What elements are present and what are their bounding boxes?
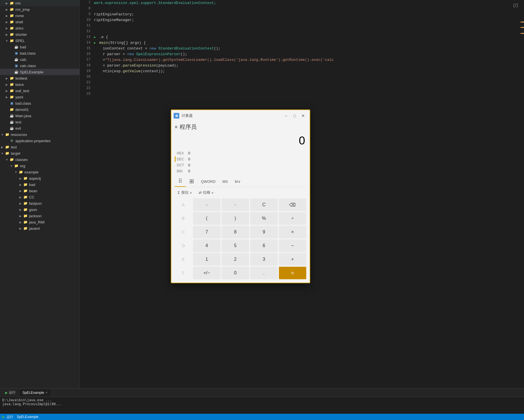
sidebar-item-bad-example[interactable]: ▶ 📁 bad — [0, 181, 79, 188]
scroll-mark — [521, 22, 524, 22]
btn-backspace[interactable]: ⌫ — [279, 198, 307, 211]
toolbar-qword[interactable]: QWORD — [198, 178, 219, 185]
btn-open-paren[interactable]: ( — [193, 212, 221, 225]
run-play-icon: ▶ — [2, 415, 5, 419]
sidebar-item-bad-class[interactable]: ▣ bad.class — [0, 50, 79, 56]
code-line-22: 22 — [80, 85, 524, 91]
toolbar-alt-btn[interactable]: ⊞ — [186, 176, 198, 187]
close-button[interactable]: ✕ — [299, 111, 307, 120]
sidebar-item-shell[interactable]: ▶ 📁 shell — [0, 19, 79, 25]
tab-spelexample[interactable]: SpELExample ✕ — [20, 390, 50, 396]
sidebar-item-rome[interactable]: ▶ 📁 rome — [0, 13, 79, 19]
btn-divide[interactable]: ÷ — [279, 212, 307, 225]
btn-equals[interactable]: = — [279, 267, 307, 279]
calc-controls: ↧ 按位 ∨ ⇄ 位移 ∨ — [175, 189, 306, 196]
btn-subtract[interactable]: − — [279, 239, 307, 252]
sidebar-item-main-java[interactable]: ☕ Main.java — [0, 113, 79, 119]
sidebar-item-demo01[interactable]: 📁 demo01 — [0, 106, 79, 113]
sidebar-item-bean[interactable]: ▶ 📁 bean — [0, 188, 79, 194]
sidebar-item-target[interactable]: ▼ 📁 target — [0, 150, 79, 156]
props-icon: ⚙ — [9, 138, 14, 143]
tab-run[interactable]: ▶ 运行 — [2, 389, 19, 396]
sidebar-item-javaml[interactable]: ▶ 📁 javaml — [0, 225, 79, 231]
btn-8[interactable]: 8 — [222, 226, 249, 238]
btn-add[interactable]: + — [279, 253, 307, 266]
menu-icon[interactable]: ≡ — [175, 125, 177, 130]
sidebar-item-spelexample[interactable]: ☕ SpELExample — [0, 69, 79, 75]
btn-decimal[interactable]: . — [250, 267, 278, 279]
sidebar-item-org[interactable]: ▼ 📁 org — [0, 163, 79, 169]
java-icon: ☕ — [14, 57, 19, 62]
btn-9[interactable]: 9 — [250, 226, 278, 238]
sidebar-item-rmi-jrmp[interactable]: ▶ 📁 rmi_jrmp — [0, 6, 79, 13]
btn-6[interactable]: 6 — [250, 239, 278, 252]
editor-action-icon[interactable]: ⟨/⟩ — [513, 2, 518, 9]
sidebar-item-aspectj[interactable]: ▶ 📁 aspectj — [0, 175, 79, 181]
sidebar-item-app-props[interactable]: ⚙ application.properties — [0, 138, 79, 144]
btn-close-paren[interactable]: ) — [222, 212, 249, 225]
code-line-14: 14 ▶ main(String[] args) { — [80, 40, 524, 45]
btn-rshift[interactable]: » — [222, 198, 249, 211]
run-arrow: ▶ — [94, 41, 96, 45]
folder-icon: 📁 — [9, 7, 14, 12]
base-row-dec[interactable]: DEC 0 — [175, 156, 306, 162]
sidebar-item-evil[interactable]: ☕ evil — [0, 125, 79, 131]
folder-icon: 📁 — [5, 144, 10, 150]
btn-multiply[interactable]: × — [279, 226, 307, 238]
sidebar-item-java-rmi[interactable]: ▶ 📁 java_RMI — [0, 219, 79, 225]
tab-close[interactable]: ✕ — [45, 391, 48, 394]
sidebar-item-example[interactable]: ▼ 📁 example — [0, 169, 79, 175]
toolbar-grid-btn[interactable]: ⠿ — [175, 176, 186, 187]
sidebar-item-calc-class[interactable]: ▣ calc.class — [0, 63, 79, 69]
sidebar-item-bad-class-root[interactable]: ▣ bad.class — [0, 100, 79, 106]
sidebar-item-classes[interactable]: ▼ 📁 classes — [0, 156, 79, 163]
sidebar-item-yaml[interactable]: ▶ 📁 yaml — [0, 94, 79, 100]
btn-4[interactable]: 4 — [193, 239, 221, 252]
base-value-hex: 0 — [188, 151, 190, 155]
sidebar-item-gson[interactable]: ▶ 📁 gson — [0, 206, 79, 213]
sidebar-item-cc[interactable]: ▶ 📁 CC — [0, 194, 79, 200]
sidebar-item-twice[interactable]: ▶ 📁 twice — [0, 81, 79, 88]
sidebar-item-test-folder[interactable]: ▶ 📁 test — [0, 144, 79, 150]
collapse-arrow: ▶ — [5, 14, 9, 17]
sidebar-item-bad[interactable]: ☕ bad — [0, 44, 79, 50]
toolbar-mv[interactable]: M∨ — [231, 178, 244, 185]
sidebar-item-fastjson[interactable]: ▶ 📁 fastjson — [0, 200, 79, 206]
btn-0[interactable]: 0 — [222, 267, 249, 279]
code-line-12: 12 — [80, 28, 524, 34]
btn-3[interactable]: 3 — [250, 253, 278, 266]
sidebar-item-calc[interactable]: ☕ calc — [0, 56, 79, 63]
btn-2[interactable]: 2 — [222, 253, 249, 266]
btn-lshift[interactable]: « — [193, 198, 221, 211]
sidebar-item-rmi[interactable]: ▶ 📁 rmi — [0, 0, 79, 6]
java-icon: ☕ — [9, 113, 14, 118]
bitshift-icon: ⇄ — [199, 191, 202, 195]
sidebar-item-test-java[interactable]: ☕ test — [0, 119, 79, 125]
toolbar-ms[interactable]: MS — [219, 178, 231, 185]
sidebar-item-jackson[interactable]: ▶ 📁 jackson — [0, 213, 79, 219]
btn-negate[interactable]: +/− — [193, 267, 221, 279]
btn-7[interactable]: 7 — [193, 226, 221, 238]
bitwise-dropdown[interactable]: ↧ 按位 ∨ — [175, 189, 194, 196]
btn-1[interactable]: 1 — [193, 253, 221, 266]
sidebar-item-shorter[interactable]: ▶ 📁 shorter — [0, 31, 79, 38]
sidebar-item-waf-test[interactable]: ▶ 📁 waf_test — [0, 88, 79, 94]
btn-clear[interactable]: C — [250, 198, 278, 211]
maximize-button[interactable]: □ — [290, 111, 299, 120]
bitshift-dropdown[interactable]: ⇄ 位移 ∨ — [196, 189, 216, 196]
base-row-oct[interactable]: OCT 0 — [175, 162, 306, 168]
sidebar-item-spel[interactable]: ▼ 📁 SPEL — [0, 38, 79, 44]
collapse-arrow: ▼ — [0, 152, 5, 155]
btn-5[interactable]: 5 — [222, 239, 249, 252]
folder-icon: 📁 — [9, 13, 14, 18]
sidebar-item-resources[interactable]: ▼ 📁 resources — [0, 131, 79, 138]
base-row-bin[interactable]: BIN 0 — [175, 168, 306, 174]
minimize-button[interactable]: − — [282, 111, 290, 120]
collapse-arrow: ▶ — [5, 20, 9, 24]
folder-icon: 📁 — [9, 38, 14, 43]
sidebar-item-shiro[interactable]: ▶ 📁 shiro — [0, 25, 79, 31]
base-row-hex[interactable]: HEX 0 — [175, 150, 306, 156]
sidebar-item-testtest[interactable]: ▶ 📁 testtest — [0, 75, 79, 81]
btn-mod[interactable]: % — [250, 212, 278, 225]
folder-icon: 📁 — [23, 188, 28, 193]
